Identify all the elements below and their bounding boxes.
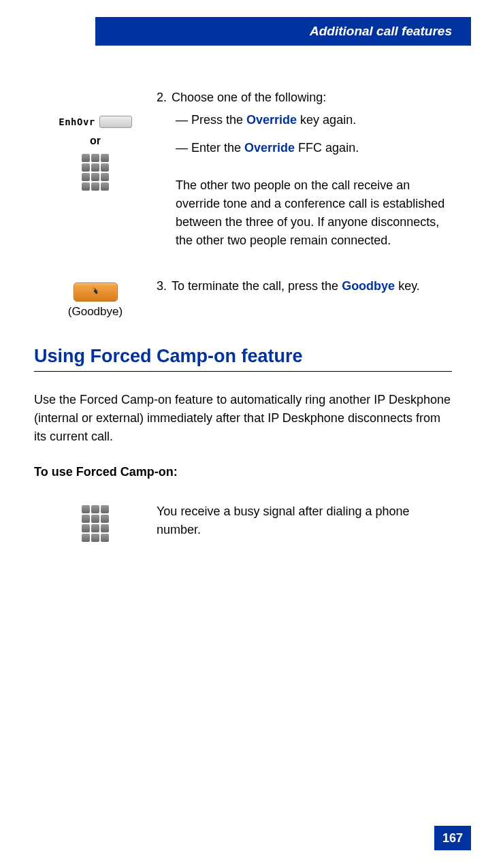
section-intro: Use the Forced Camp-on feature to automa… <box>34 391 452 446</box>
header-title: Additional call features <box>310 24 452 39</box>
section-rule <box>34 371 452 372</box>
step-2-option-2: — Enter the Override FFC again. <box>157 139 452 157</box>
page-number: 167 <box>434 826 471 850</box>
override-ffc-label: Override <box>244 141 295 155</box>
step-3-number: 3. <box>157 277 172 295</box>
section-heading: Using Forced Camp-on feature <box>34 346 452 367</box>
goodbye-button-icon <box>74 283 118 302</box>
override-key-label: Override <box>246 113 297 127</box>
step-2-row: EnhOvr or 2. Choose one of the following… <box>34 89 452 250</box>
step-2-lead-text: Choose one of the following: <box>172 89 326 107</box>
busy-row: You receive a busy signal after dialing … <box>34 502 452 545</box>
goodbye-label: (Goodbye) <box>34 305 157 319</box>
step-2-text: 2. Choose one of the following: — Press … <box>157 89 452 250</box>
busy-icon-col <box>34 502 157 545</box>
busy-text: You receive a busy signal after dialing … <box>157 502 452 545</box>
page-header: Additional call features <box>95 17 471 46</box>
keypad-icon <box>34 502 157 545</box>
keypad-icon <box>34 151 157 193</box>
step-2-number: 2. <box>157 89 172 107</box>
softkey-row: EnhOvr <box>34 116 157 128</box>
step-3-row: (Goodbye) 3. To terminate the call, pres… <box>34 277 452 319</box>
step-2-lead: 2. Choose one of the following: <box>157 89 452 107</box>
or-text: or <box>34 135 157 147</box>
step-2-icons: EnhOvr or <box>34 89 157 250</box>
step-2-option-1: — Press the Override key again. <box>157 111 452 129</box>
softkey-button-icon <box>99 116 132 128</box>
page-content: EnhOvr or 2. Choose one of the following… <box>34 89 452 572</box>
step-3-icons: (Goodbye) <box>34 277 157 319</box>
step-2-paragraph: The other two people on the call receive… <box>157 176 452 250</box>
goodbye-key-label: Goodbye <box>342 279 395 293</box>
step-3-text: 3. To terminate the call, press the Good… <box>157 277 452 319</box>
section-subhead: To use Forced Camp-on: <box>34 465 452 479</box>
step-3-body: To terminate the call, press the Goodbye… <box>172 277 420 295</box>
softkey-label: EnhOvr <box>59 116 95 127</box>
step-3-line: 3. To terminate the call, press the Good… <box>157 277 452 295</box>
handset-icon <box>89 286 103 300</box>
